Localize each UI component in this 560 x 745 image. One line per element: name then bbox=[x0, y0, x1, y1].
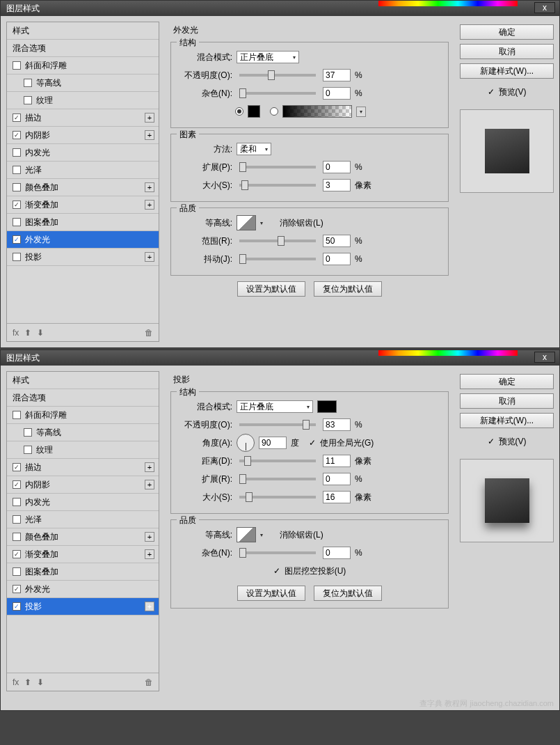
cancel-button[interactable]: 取消 bbox=[460, 393, 554, 409]
style-color-overlay[interactable]: 颜色叠加+ bbox=[7, 528, 159, 546]
styles-header[interactable]: 样式 bbox=[7, 22, 159, 40]
blend-mode-select[interactable]: 正片叠底▾ bbox=[237, 51, 299, 63]
checkbox[interactable]: ✓ bbox=[13, 235, 21, 244]
checkbox[interactable]: ✓ bbox=[13, 602, 21, 611]
up-icon[interactable]: ⬆ bbox=[24, 677, 31, 687]
size-slider[interactable] bbox=[239, 496, 316, 499]
blending-options[interactable]: 混合选项 bbox=[7, 389, 159, 407]
style-bevel[interactable]: 斜面和浮雕 bbox=[7, 407, 159, 424]
checkbox[interactable]: ✓ bbox=[13, 585, 21, 593]
set-default-button[interactable]: 设置为默认值 bbox=[237, 281, 305, 297]
add-icon[interactable]: + bbox=[145, 480, 154, 489]
checkbox[interactable] bbox=[13, 567, 21, 576]
range-input[interactable]: 50 bbox=[323, 235, 351, 247]
angle-dial[interactable] bbox=[237, 434, 255, 452]
checkbox[interactable] bbox=[24, 428, 32, 437]
add-icon[interactable]: + bbox=[145, 252, 154, 262]
jitter-input[interactable]: 0 bbox=[323, 253, 351, 265]
checkbox[interactable] bbox=[13, 498, 21, 506]
close-button[interactable]: x bbox=[534, 352, 555, 363]
add-icon[interactable]: + bbox=[145, 130, 154, 140]
shadow-color-swatch[interactable] bbox=[317, 400, 337, 413]
checkbox[interactable] bbox=[13, 148, 21, 157]
size-input[interactable]: 3 bbox=[323, 179, 351, 191]
up-icon[interactable]: ⬆ bbox=[24, 328, 31, 338]
reset-default-button[interactable]: 复位为默认值 bbox=[314, 586, 382, 601]
checkbox[interactable]: ✓ bbox=[13, 480, 21, 489]
style-drop-shadow[interactable]: 投影+ bbox=[7, 249, 159, 266]
noise-slider[interactable] bbox=[239, 92, 316, 95]
style-gradient-overlay[interactable]: ✓渐变叠加+ bbox=[7, 546, 159, 563]
distance-input[interactable]: 11 bbox=[323, 455, 351, 467]
checkbox[interactable] bbox=[24, 96, 32, 104]
gradient-radio[interactable] bbox=[270, 107, 278, 116]
add-icon[interactable]: + bbox=[145, 200, 154, 210]
style-bevel[interactable]: 斜面和浮雕 bbox=[7, 57, 159, 74]
checkbox[interactable]: ✓ bbox=[13, 550, 21, 558]
chevron-down-icon[interactable]: ▾ bbox=[260, 220, 263, 226]
styles-header[interactable]: 样式 bbox=[7, 372, 159, 389]
ok-button[interactable]: 确定 bbox=[460, 374, 554, 389]
checkbox[interactable] bbox=[24, 446, 32, 454]
style-pattern-overlay[interactable]: 图案叠加 bbox=[7, 563, 159, 581]
noise-input[interactable]: 0 bbox=[323, 547, 351, 559]
opacity-slider[interactable] bbox=[239, 74, 316, 77]
set-default-button[interactable]: 设置为默认值 bbox=[237, 586, 305, 601]
range-slider[interactable] bbox=[239, 240, 316, 242]
opacity-slider[interactable] bbox=[239, 423, 316, 426]
titlebar[interactable]: 图层样式 x bbox=[1, 350, 559, 366]
size-slider[interactable] bbox=[239, 184, 316, 187]
opacity-input[interactable]: 83 bbox=[323, 418, 351, 431]
trash-icon[interactable]: 🗑 bbox=[145, 677, 153, 687]
knockout-checkbox[interactable]: ✓ bbox=[273, 566, 280, 576]
ok-button[interactable]: 确定 bbox=[460, 24, 554, 40]
chevron-down-icon[interactable]: ▾ bbox=[356, 107, 366, 117]
add-icon[interactable]: + bbox=[145, 549, 154, 559]
trash-icon[interactable]: 🗑 bbox=[145, 328, 153, 338]
add-icon[interactable]: + bbox=[145, 113, 154, 123]
cancel-button[interactable]: 取消 bbox=[460, 44, 554, 59]
angle-input[interactable]: 90 bbox=[259, 437, 287, 449]
checkbox[interactable] bbox=[13, 411, 21, 419]
color-swatch[interactable] bbox=[248, 105, 260, 118]
chevron-down-icon[interactable]: ▾ bbox=[260, 532, 263, 538]
style-color-overlay[interactable]: 颜色叠加+ bbox=[7, 179, 159, 196]
checkbox[interactable] bbox=[13, 533, 21, 541]
checkbox[interactable] bbox=[24, 79, 32, 87]
style-pattern-overlay[interactable]: 图案叠加 bbox=[7, 214, 159, 231]
add-icon[interactable]: + bbox=[145, 602, 154, 611]
noise-slider[interactable] bbox=[239, 551, 316, 554]
contour-picker[interactable] bbox=[237, 527, 256, 542]
down-icon[interactable]: ⬇ bbox=[37, 677, 44, 687]
checkbox[interactable] bbox=[13, 183, 21, 191]
preview-checkbox[interactable]: ✓ bbox=[488, 437, 495, 446]
spread-slider[interactable] bbox=[239, 478, 316, 480]
blend-mode-select[interactable]: 正片叠底▾ bbox=[237, 400, 313, 413]
preview-checkbox[interactable]: ✓ bbox=[488, 87, 495, 97]
checkbox[interactable]: ✓ bbox=[13, 131, 21, 139]
gradient-picker[interactable] bbox=[282, 105, 352, 118]
jitter-slider[interactable] bbox=[239, 258, 316, 260]
checkbox[interactable]: ✓ bbox=[13, 463, 21, 471]
style-inner-shadow[interactable]: ✓内阴影+ bbox=[7, 476, 159, 494]
down-icon[interactable]: ⬇ bbox=[37, 328, 44, 338]
style-satin[interactable]: 光泽 bbox=[7, 162, 159, 179]
checkbox[interactable]: ✓ bbox=[13, 201, 21, 209]
checkbox[interactable] bbox=[13, 515, 21, 524]
add-icon[interactable]: + bbox=[145, 462, 154, 472]
spread-input[interactable]: 0 bbox=[323, 161, 351, 173]
style-satin[interactable]: 光泽 bbox=[7, 511, 159, 528]
spread-slider[interactable] bbox=[239, 166, 316, 168]
contour-picker[interactable] bbox=[237, 215, 256, 230]
style-drop-shadow[interactable]: ✓投影+ bbox=[7, 598, 159, 615]
style-outer-glow[interactable]: ✓外发光 bbox=[7, 231, 159, 249]
checkbox[interactable] bbox=[13, 253, 21, 261]
color-radio[interactable] bbox=[235, 107, 243, 116]
blending-options[interactable]: 混合选项 bbox=[7, 40, 159, 57]
style-inner-shadow[interactable]: ✓内阴影+ bbox=[7, 127, 159, 144]
style-stroke[interactable]: ✓描边+ bbox=[7, 459, 159, 476]
style-stroke[interactable]: ✓描边+ bbox=[7, 109, 159, 127]
add-icon[interactable]: + bbox=[145, 182, 154, 192]
style-inner-glow[interactable]: 内发光 bbox=[7, 494, 159, 511]
style-outer-glow[interactable]: ✓外发光 bbox=[7, 581, 159, 598]
